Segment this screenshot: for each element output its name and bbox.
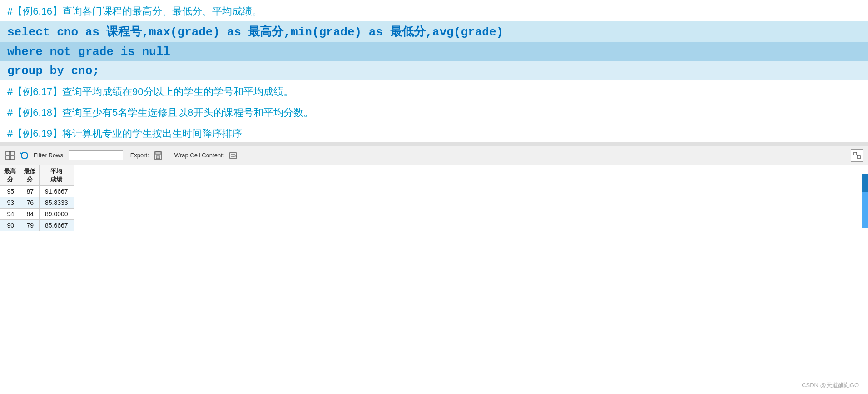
filter-input[interactable] <box>69 150 123 160</box>
table-row: 958791.6667 <box>0 186 74 197</box>
table-cell: 87 <box>20 186 40 197</box>
col-header-avg: 平均成绩 <box>40 165 74 186</box>
table-cell: 85.6667 <box>40 220 74 231</box>
watermark: CSDN @天道酬勤GO <box>802 381 859 389</box>
code-line-1: select cno as 课程号,max(grade) as 最高分,min(… <box>0 21 868 42</box>
code-line-2: where not grade is null <box>0 42 868 61</box>
table-cell: 76 <box>20 197 40 209</box>
table-cell: 93 <box>0 197 20 209</box>
filter-label: Filter Rows: <box>34 152 65 159</box>
comment-line-3: #【例6.18】查询至少有5名学生选修且以8开头的课程号和平均分数。 <box>0 101 868 122</box>
comment-line-4: #【例6.19】将计算机专业的学生按出生时间降序排序 <box>0 122 868 142</box>
table-cell: 84 <box>20 209 40 220</box>
wrap-icon[interactable]: IA <box>228 150 238 161</box>
svg-text:IA: IA <box>233 155 237 158</box>
table-row: 907985.6667 <box>0 220 74 231</box>
expand-button[interactable] <box>851 149 863 162</box>
svg-rect-6 <box>156 156 160 159</box>
table-cell: 90 <box>0 220 20 231</box>
table-row: 948489.0000 <box>0 209 74 220</box>
svg-line-13 <box>857 155 858 156</box>
table-cell: 79 <box>20 220 40 231</box>
svg-rect-0 <box>6 151 10 155</box>
svg-rect-5 <box>156 152 160 155</box>
comment-line-2: #【例6.17】查询平均成绩在90分以上的学生的学号和平均成绩。 <box>0 80 868 101</box>
results-table-container: 最高分 最低分 平均成绩 958791.6667937685.833394848… <box>0 165 868 231</box>
refresh-icon[interactable] <box>19 150 30 161</box>
separator <box>0 142 868 146</box>
table-cell: 95 <box>0 186 20 197</box>
svg-rect-12 <box>858 156 860 159</box>
svg-rect-1 <box>10 151 14 155</box>
export-floppy-icon[interactable] <box>153 150 164 161</box>
grid-icon[interactable] <box>5 150 15 161</box>
svg-rect-2 <box>6 156 10 160</box>
toolbar: Filter Rows: Export: Wrap Cell Content: … <box>0 146 868 165</box>
col-header-min: 最低分 <box>20 165 40 186</box>
table-cell: 89.0000 <box>40 209 74 220</box>
export-label: Export: <box>130 152 149 159</box>
col-header-max: 最高分 <box>0 165 20 186</box>
comment-line-1: #【例6.16】查询各门课程的最高分、最低分、平均成绩。 <box>0 0 868 21</box>
wrap-cell-label: Wrap Cell Content: <box>174 152 224 159</box>
table-cell: 85.8333 <box>40 197 74 209</box>
table-header-row: 最高分 最低分 平均成绩 <box>0 165 74 186</box>
results-table: 最高分 最低分 平均成绩 958791.6667937685.833394848… <box>0 165 74 231</box>
code-line-3: group by cno; <box>0 61 868 80</box>
svg-rect-3 <box>10 156 14 160</box>
svg-rect-11 <box>854 152 857 155</box>
table-row: 937685.8333 <box>0 197 74 209</box>
table-cell: 94 <box>0 209 20 220</box>
table-cell: 91.6667 <box>40 186 74 197</box>
right-accent-bar-dark <box>862 174 868 192</box>
